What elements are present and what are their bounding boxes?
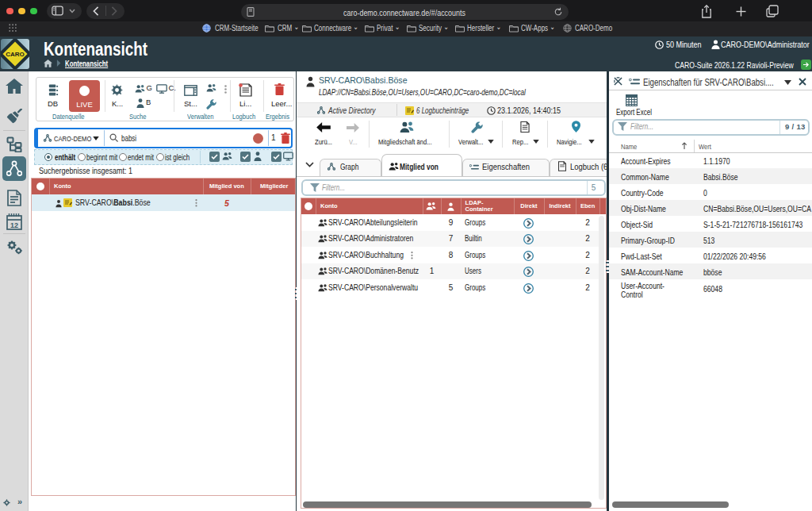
svg-text:12: 12: [10, 221, 18, 229]
